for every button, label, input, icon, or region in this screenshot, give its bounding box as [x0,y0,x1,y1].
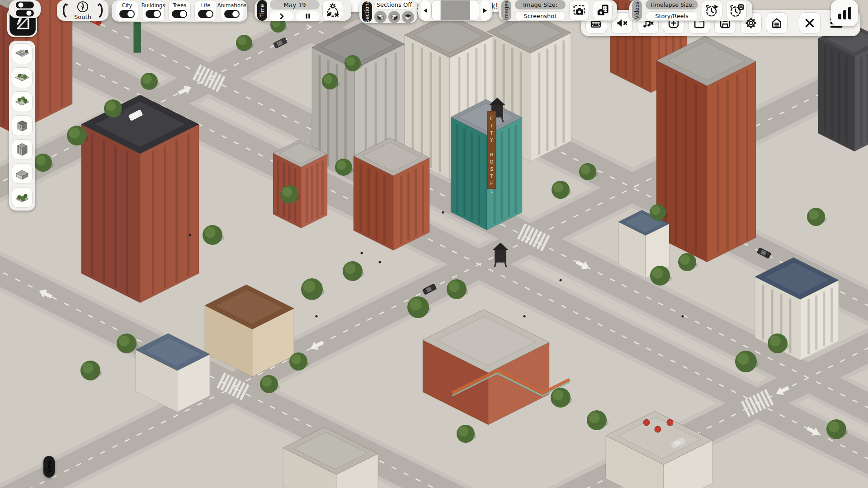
screenshot-building-icon [596,4,609,17]
bushes-icon [14,189,30,206]
range-left-button[interactable] [421,0,430,21]
layer-buildings-button[interactable]: Buildings [142,0,165,22]
screenshot-region-button[interactable] [569,0,589,21]
timelapse-play-button[interactable] [702,0,722,21]
forest-tile-icon [14,94,30,110]
image-mode-text: Screenshot [524,13,557,19]
road-tile-icon [14,46,30,62]
tab-videos[interactable]: Videos [632,0,642,21]
layer-animations-label: Animations [217,2,247,9]
rotate-cw-button[interactable] [96,0,107,21]
tool-industrial[interactable] [12,163,33,184]
timelapse-save-icon [729,3,744,18]
tab-images-label: Images [503,1,509,20]
section-cube-right-icon [391,13,398,21]
tab-sections[interactable]: Sections [362,1,372,22]
seasons-cycle-icon [325,3,340,18]
tab-time[interactable]: Time [257,0,267,21]
range-handle-right[interactable] [470,0,479,20]
video-mode-text: Story/Reels [655,13,689,19]
timelapse-size-text: Timelapse Size: [650,1,694,8]
view-panel: South [57,0,108,21]
triangle-left-icon [423,8,428,13]
layer-trees-button[interactable]: Trees [168,0,191,22]
tool-house[interactable] [12,115,33,136]
section-range-panel [418,0,492,21]
rotate-ccw-icon [59,1,69,19]
house-menu-icon [770,17,783,29]
time-panel: Time May 19 [255,0,351,21]
layer-life-button[interactable]: Life [194,0,217,22]
section-cube-top-icon [404,13,412,21]
city-scene: CITY HOSTEL [0,0,868,488]
layer-animations-button[interactable]: Animations [221,0,243,22]
ui-toggle-panel[interactable] [9,0,41,18]
compass[interactable]: South [71,0,95,20]
section-cube-top-button[interactable] [402,11,414,23]
sections-panel: Sections Sections Off [359,0,417,23]
tab-view-label: View [46,460,52,473]
stats-button[interactable] [831,0,858,26]
tool-apartment[interactable] [12,139,33,160]
layer-animations-toggle[interactable] [224,10,240,18]
tab-sections-label: Sections [364,0,370,23]
layer-buildings-toggle[interactable] [146,10,161,18]
tool-bushes[interactable] [12,187,33,208]
tab-videos-label: Videos [634,2,640,19]
pause-icon [305,13,311,19]
tab-view[interactable]: View [43,456,55,478]
range-slider[interactable] [431,0,479,21]
range-handle-left[interactable] [432,0,441,20]
range-right-button[interactable] [481,0,490,21]
section-cube-left-button[interactable] [374,11,387,23]
layer-city-toggle[interactable] [119,10,135,18]
layers-panel: City Buildings Trees Life Animations [112,0,247,22]
tool-road[interactable] [12,43,33,64]
image-size-label: Image Size: [515,0,566,9]
app-window: CITY HOSTEL Citizens are happy with the … [0,0,868,488]
layer-city-button[interactable]: City [116,0,138,22]
rotate-ccw-button[interactable] [59,0,70,21]
tool-park[interactable] [12,67,33,88]
videos-panel: Videos Timelapse Size: Story/Reels [629,0,752,21]
compass-icon [76,0,90,14]
images-panel: Images Image Size: Screenshot [499,0,617,21]
main-menu-button[interactable] [766,12,788,34]
layer-buildings-label: Buildings [142,2,165,9]
sections-status-text: Sections Off [377,1,412,8]
layer-trees-label: Trees [173,2,186,9]
hostel-sign: CITY HOSTEL [487,111,496,195]
layer-trees-toggle[interactable] [172,10,187,18]
sections-status-button[interactable]: Sections Off [374,0,414,9]
step-forward-button[interactable] [270,11,293,21]
build-tool-rail [9,41,35,211]
industrial-building-icon [14,165,30,182]
layer-life-toggle[interactable] [198,10,213,18]
house-building-icon [14,117,30,134]
tool-forest[interactable] [12,91,33,112]
layer-city-label: City [122,2,132,9]
chevron-right-icon [278,13,285,19]
pause-button[interactable] [296,11,320,21]
screenshot-building-button[interactable] [593,0,613,21]
triangle-right-icon [483,8,487,13]
park-tile-icon [14,70,30,86]
screenshot-region-icon [572,4,586,17]
date-text: May 19 [283,1,306,9]
seasons-button[interactable] [322,0,343,21]
timelapse-play-icon [705,3,719,18]
section-cube-left-icon [377,13,384,21]
compass-direction: South [74,14,91,20]
tab-images[interactable]: Images [501,0,511,21]
timelapse-size-label: Timelapse Size: [646,0,698,9]
image-mode-button[interactable]: Screenshot [515,11,566,21]
timelapse-save-button[interactable] [726,0,747,21]
sound-muted-icon [616,17,628,29]
layer-life-label: Life [201,2,211,9]
close-button[interactable] [799,12,821,34]
date-display: May 19 [270,0,320,9]
range-track[interactable] [441,0,470,20]
video-mode-button[interactable]: Story/Reels [646,11,698,21]
section-cube-right-button[interactable] [388,11,401,23]
close-icon [803,17,816,29]
